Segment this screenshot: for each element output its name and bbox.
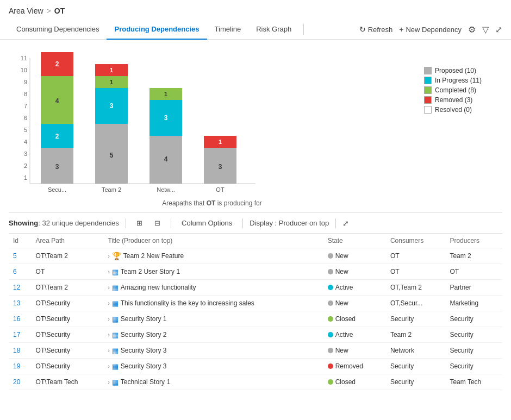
cell-area-path: OT\Security <box>32 359 104 374</box>
id-link[interactable]: 5 <box>13 252 17 260</box>
cell-producers: Security <box>445 359 502 374</box>
cell-id: 19 <box>9 359 32 374</box>
cell-area-path: OT\Security <box>32 327 104 343</box>
title-icon: ▦ <box>112 283 119 292</box>
title-text: Security Story 3 <box>121 362 167 370</box>
tab-consuming[interactable]: Consuming Dependencies <box>9 20 107 40</box>
cell-state: New <box>323 248 386 264</box>
legend-removed-label: Removed (3) <box>435 96 472 104</box>
svg-text:5: 5 <box>24 127 27 133</box>
svg-text:2: 2 <box>55 133 59 140</box>
svg-text:Team 2: Team 2 <box>102 186 121 193</box>
title-text: Team 2 New Feature <box>123 252 184 260</box>
svg-text:6: 6 <box>24 115 27 121</box>
tab-risk-graph[interactable]: Risk Graph <box>248 20 299 40</box>
table-row: 18OT\Security›▦Security Story 3NewNetwor… <box>9 343 502 359</box>
id-link[interactable]: 16 <box>13 315 20 323</box>
cell-state: New <box>323 264 386 280</box>
table-row: 20OT\Team Tech›▦Technical Story 1ClosedS… <box>9 374 502 390</box>
column-options-button[interactable]: Column Options <box>178 217 236 229</box>
cell-state: Active <box>323 280 386 296</box>
bar-chart: 11 10 9 8 7 6 5 4 3 2 1 3 2 <box>11 51 261 197</box>
id-link[interactable]: 20 <box>13 378 20 386</box>
expand-row-arrow[interactable]: › <box>108 269 109 275</box>
cell-id: 13 <box>9 296 32 311</box>
table-row: 12OT\Team 2›▦Amazing new functionalityAc… <box>9 280 502 296</box>
status-dot <box>328 363 333 369</box>
nav-divider <box>303 24 304 35</box>
legend-in-progress: In Progress (11) <box>424 77 500 84</box>
cell-producers: Security <box>445 327 502 343</box>
toolbar-divider-2 <box>171 218 171 228</box>
chart-legend: Proposed (10) In Progress (11) Completed… <box>413 51 500 116</box>
data-table: Id Area Path Title (Producer on top) Sta… <box>9 234 502 390</box>
id-link[interactable]: 18 <box>13 347 20 354</box>
title-cell: ›▦Technical Story 1 <box>108 378 319 386</box>
expand-icon[interactable]: ⤢ <box>495 24 502 35</box>
title-cell: ›▦This functionality is the key to incre… <box>108 299 319 308</box>
id-link[interactable]: 12 <box>13 284 20 291</box>
cell-state: Closed <box>323 311 386 327</box>
state-text: New <box>335 299 348 307</box>
id-link[interactable]: 13 <box>13 299 20 307</box>
expand-row-arrow[interactable]: › <box>108 332 109 338</box>
breadcrumb-parent[interactable]: Area View <box>9 7 43 15</box>
expand-row-arrow[interactable]: › <box>108 285 109 291</box>
svg-text:4: 4 <box>164 155 168 163</box>
filter-icon[interactable]: ▽ <box>482 24 489 35</box>
state-text: New <box>335 268 348 275</box>
expand-row-arrow[interactable]: › <box>108 300 109 306</box>
legend-resolved-label: Resolved (0) <box>435 106 472 114</box>
id-link[interactable]: 17 <box>13 331 20 338</box>
status-dot <box>328 332 333 337</box>
state-text: Removed <box>335 362 363 370</box>
fullscreen-icon[interactable]: ⤢ <box>342 219 349 228</box>
new-dependency-label: New Dependency <box>406 26 462 34</box>
expand-row-arrow[interactable]: › <box>108 316 109 322</box>
expand-row-arrow[interactable]: › <box>108 363 109 369</box>
cell-title: ›▦Security Story 3 <box>103 359 323 374</box>
svg-text:4: 4 <box>55 97 59 105</box>
cell-title: ›▦Security Story 3 <box>103 343 323 359</box>
collapse-rows-button[interactable]: ⊟ <box>151 217 164 229</box>
col-area-path: Area Path <box>32 234 104 248</box>
cell-id: 16 <box>9 311 32 327</box>
svg-text:8: 8 <box>24 91 27 97</box>
svg-text:2: 2 <box>24 162 27 169</box>
removed-color <box>424 96 432 104</box>
cell-producers: Team Tech <box>445 374 502 390</box>
chart-title-suffix: is producing for <box>215 199 261 207</box>
status-dot <box>328 269 333 274</box>
refresh-button[interactable]: ↻ Refresh <box>359 25 393 34</box>
expand-row-arrow[interactable]: › <box>108 348 109 354</box>
col-id: Id <box>9 234 32 248</box>
cell-title: ›▦Technical Story 1 <box>103 374 323 390</box>
proposed-color <box>424 67 432 74</box>
svg-text:3: 3 <box>164 114 168 122</box>
expand-row-arrow[interactable]: › <box>108 379 109 385</box>
cell-id: 5 <box>9 248 32 264</box>
cell-state: Removed <box>323 359 386 374</box>
cell-consumers: OT <box>386 264 446 280</box>
title-text: Amazing new functionality <box>121 284 196 291</box>
refresh-label: Refresh <box>368 26 393 34</box>
breadcrumb: Area View > OT <box>0 0 511 20</box>
tab-timeline[interactable]: Timeline <box>207 20 249 40</box>
table-section: Showing: 32 unique dependencies ⊞ ⊟ Colu… <box>0 212 511 390</box>
table-row: 6OT›▦Team 2 User Story 1NewOTOT <box>9 264 502 280</box>
expand-row-arrow[interactable]: › <box>108 253 109 259</box>
title-text: Technical Story 1 <box>121 378 170 386</box>
new-dependency-button[interactable]: + New Dependency <box>399 25 462 34</box>
cell-state: Active <box>323 327 386 343</box>
status-dot <box>328 285 333 290</box>
cell-id: 17 <box>9 327 32 343</box>
table-row: 13OT\Security›▦This functionality is the… <box>9 296 502 311</box>
settings-icon[interactable]: ⚙ <box>468 24 476 35</box>
tab-producing[interactable]: Producing Dependencies <box>107 20 207 40</box>
id-link[interactable]: 6 <box>13 268 17 275</box>
col-title: Title (Producer on top) <box>103 234 323 248</box>
completed-color <box>424 86 432 94</box>
expand-rows-button[interactable]: ⊞ <box>133 217 146 229</box>
id-link[interactable]: 19 <box>13 362 20 370</box>
cell-id: 18 <box>9 343 32 359</box>
